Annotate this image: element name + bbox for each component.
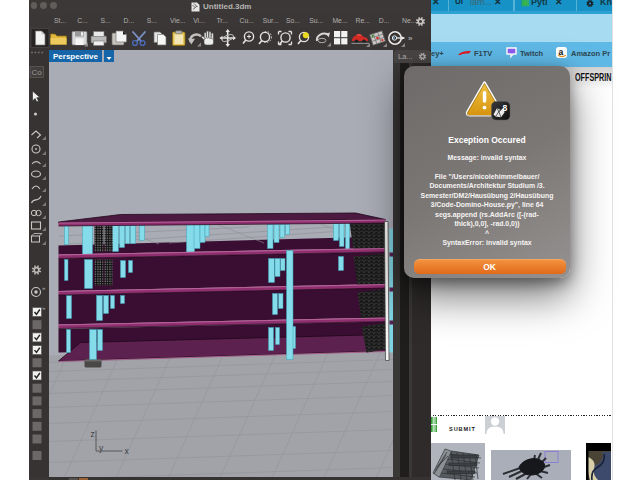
svg-text:»: » (42, 285, 46, 291)
svg-text:z: z (90, 428, 94, 438)
svg-text:Co: Co (32, 68, 43, 77)
svg-text:»: » (42, 305, 46, 311)
svg-text:8: 8 (503, 103, 508, 113)
svg-text:»: » (408, 34, 413, 43)
